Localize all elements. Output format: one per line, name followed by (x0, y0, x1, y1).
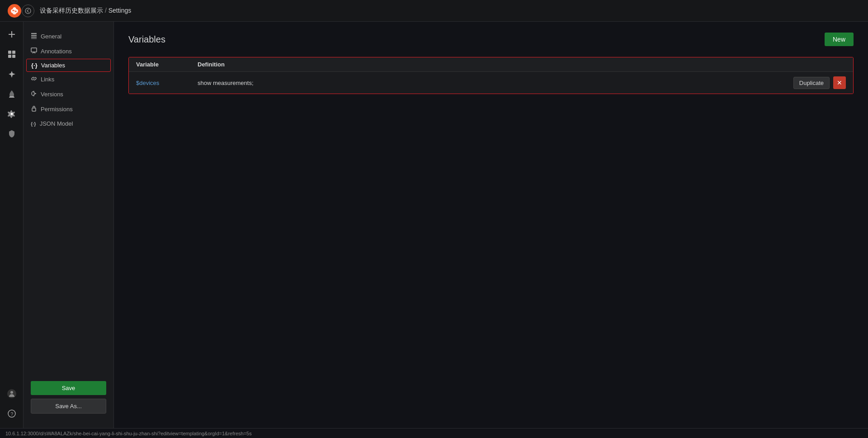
rail-explore[interactable] (3, 65, 21, 83)
svg-rect-8 (12, 51, 15, 54)
table-header: Variable Definition (129, 57, 853, 72)
rail-alerting[interactable] (3, 85, 21, 103)
svg-point-4 (25, 8, 31, 14)
svg-rect-7 (8, 51, 11, 54)
sidebar-item-permissions[interactable]: Permissions (24, 102, 113, 117)
col-header-variable: Variable (136, 61, 190, 68)
sidebar-item-label-permissions: Permissions (41, 106, 73, 113)
general-icon (31, 33, 37, 40)
rail-add[interactable] (3, 25, 21, 43)
sidebar-item-label-links: Links (41, 76, 54, 83)
sidebar-item-label-json-model: JSON Model (40, 120, 73, 127)
sidebar-item-versions[interactable]: Versions (24, 87, 113, 102)
sidebar-nav: General Annotations {·} Variables Links (24, 29, 113, 374)
sidebar-item-label-versions: Versions (41, 91, 63, 98)
svg-rect-17 (31, 33, 37, 34)
sidebar-item-label-annotations: Annotations (41, 48, 72, 55)
svg-rect-21 (31, 48, 37, 52)
status-url: 10.6.1.12:3000/d/sWA8ALAZk/she-bei-cai-y… (5, 431, 252, 436)
variables-table: Variable Definition $devices show measur… (128, 57, 854, 94)
sidebar-item-label-general: General (41, 33, 61, 40)
sidebar-footer: Save Save As... (24, 374, 113, 421)
new-button[interactable]: New (825, 33, 854, 46)
icon-rail: ? (0, 22, 24, 428)
svg-rect-22 (32, 108, 36, 111)
table-row: $devices show measurements; Duplicate ✕ (129, 72, 853, 94)
svg-rect-6 (9, 34, 15, 35)
col-header-definition: Definition (198, 61, 846, 68)
save-as-button[interactable]: Save As... (31, 399, 106, 414)
sidebar-item-links[interactable]: Links (24, 72, 113, 87)
cell-variable-name[interactable]: $devices (136, 80, 190, 86)
delete-icon: ✕ (837, 79, 842, 86)
rail-profile[interactable] (3, 385, 21, 403)
grafana-logo (7, 4, 22, 18)
duplicate-button[interactable]: Duplicate (793, 77, 830, 89)
svg-rect-10 (12, 55, 15, 58)
main-header: Variables New (128, 33, 854, 46)
sidebar: General Annotations {·} Variables Links (24, 22, 114, 428)
links-icon (31, 75, 37, 83)
sidebar-item-annotations[interactable]: Annotations (24, 44, 113, 59)
cell-definition: show measurements; (198, 80, 786, 86)
svg-rect-18 (31, 35, 37, 36)
sidebar-item-json-model[interactable]: {·} JSON Model (24, 117, 113, 131)
svg-rect-20 (31, 38, 37, 39)
sidebar-item-general[interactable]: General (24, 29, 113, 44)
row-actions: Duplicate ✕ (793, 76, 846, 89)
rail-help[interactable]: ? (3, 405, 21, 423)
sidebar-item-variables[interactable]: {·} Variables (26, 59, 111, 72)
delete-button[interactable]: ✕ (833, 76, 846, 89)
page-title: Variables (128, 34, 165, 45)
svg-rect-19 (31, 37, 37, 38)
back-button[interactable] (22, 5, 34, 17)
versions-icon (31, 90, 37, 98)
permissions-icon (31, 105, 37, 113)
svg-point-14 (10, 391, 13, 394)
svg-rect-11 (11, 97, 12, 98)
topbar: 设备采样历史数据展示 / Settings (0, 0, 868, 22)
save-button[interactable]: Save (31, 381, 106, 395)
json-model-icon: {·} (31, 121, 36, 127)
topbar-title: 设备采样历史数据展示 / Settings (40, 7, 131, 15)
annotations-icon (31, 47, 37, 55)
rail-settings[interactable] (3, 105, 21, 123)
variables-icon: {·} (31, 62, 38, 69)
rail-shield[interactable] (3, 125, 21, 143)
svg-rect-9 (8, 55, 11, 58)
main-content: Variables New Variable Definition $devic… (114, 22, 868, 428)
sidebar-item-label-variables: Variables (41, 62, 65, 69)
statusbar: 10.6.1.12:3000/d/sWA8ALAZk/she-bei-cai-y… (0, 428, 868, 438)
rail-dashboard[interactable] (3, 45, 21, 63)
svg-text:?: ? (10, 412, 13, 417)
